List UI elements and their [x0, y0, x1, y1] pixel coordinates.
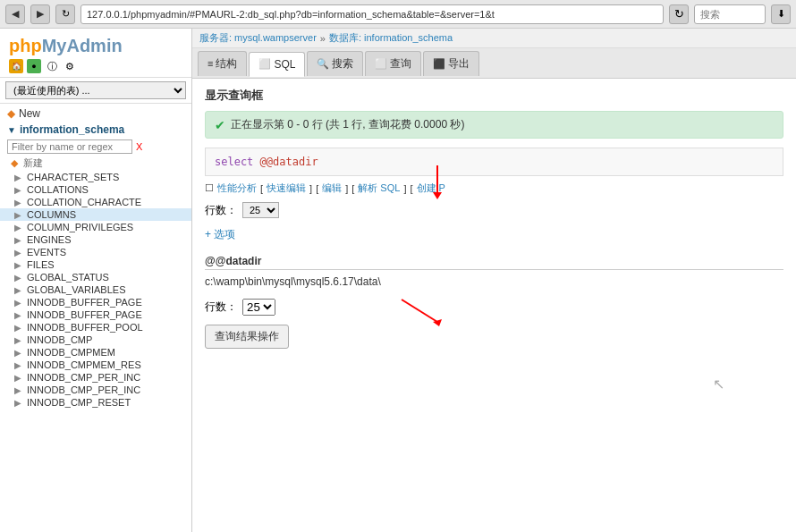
table-item-14[interactable]: ▶ INNODB_CMPMEM [0, 346, 191, 359]
rows-control-top: 行数： 25 [205, 202, 783, 218]
logo-php: php [9, 36, 42, 55]
breadcrumb-server[interactable]: 服务器: mysql.wampserver [199, 31, 317, 45]
table-name-18: INNODB_CMP_RESET [27, 397, 131, 408]
tab-search[interactable]: 🔍 搜索 [307, 51, 363, 76]
download-button[interactable]: ⬇ [771, 4, 791, 24]
table-icon-18: ▶ [14, 398, 25, 408]
rows-select-top[interactable]: 25 [242, 202, 279, 218]
table-name-15: INNODB_CMPMEM_RES [27, 359, 141, 370]
table-item-3[interactable]: ▶ COLUMNS [0, 208, 191, 221]
table-name-1: COLLATIONS [27, 184, 89, 195]
table-name-16: INNODB_CMP_PER_INC [27, 372, 140, 383]
table-item-2[interactable]: ▶ COLLATION_CHARACTE [0, 196, 191, 208]
checkbox-perf[interactable]: ☐ [205, 182, 214, 194]
tab-query-label: 查询 [390, 56, 411, 72]
table-item-17[interactable]: ▶ INNODB_CMP_PER_INC [0, 384, 191, 396]
logo-icon-dot2[interactable]: ⓘ [45, 59, 59, 73]
table-name-6: EVENTS [27, 247, 66, 258]
table-item-9[interactable]: ▶ GLOBAL_VARIABLES [0, 283, 191, 296]
table-item-0[interactable]: ▶ CHARACTER_SETS [0, 171, 191, 183]
sql-variable: @@datadir [260, 156, 318, 168]
table-item-5[interactable]: ▶ ENGINES [0, 233, 191, 246]
new-table-label: 新建 [23, 157, 43, 168]
tab-structure-label: 结构 [216, 56, 237, 72]
cursor-indicator: ↖ [713, 376, 724, 393]
tab-export-label: 导出 [448, 56, 470, 72]
table-icon-0: ▶ [14, 173, 25, 182]
table-item-12[interactable]: ▶ INNODB_BUFFER_POOL [0, 321, 191, 334]
recent-tables-select[interactable]: (最近使用的表) ... [5, 81, 186, 99]
tab-sql[interactable]: ⬜ SQL [249, 52, 305, 77]
table-icon-11: ▶ [14, 310, 25, 320]
forward-button[interactable]: ▶ [30, 4, 50, 24]
table-item-11[interactable]: ▶ INNODB_BUFFER_PAGE [0, 308, 191, 321]
table-name-12: INNODB_BUFFER_POOL [27, 322, 143, 333]
url-bar[interactable] [80, 4, 664, 24]
sql-query-box: select @@datadir [205, 148, 783, 176]
table-item-7[interactable]: ▶ FILES [0, 258, 191, 271]
table-item-10[interactable]: ▶ INNODB_BUFFER_PAGE [0, 296, 191, 308]
recent-tables-dropdown[interactable]: (最近使用的表) ... [0, 78, 191, 104]
table-item-15[interactable]: ▶ INNODB_CMPMEM_RES [0, 359, 191, 371]
rows-select-bottom[interactable]: 25 [242, 299, 275, 316]
logo-icon-dot3[interactable]: ⚙ [63, 59, 77, 73]
table-name-14: INNODB_CMPMEM [27, 347, 115, 358]
table-name-2: COLLATION_CHARACTE [27, 197, 141, 207]
table-icon-5: ▶ [14, 235, 25, 245]
table-icon-14: ▶ [14, 348, 25, 358]
refresh-button[interactable]: ↻ [55, 4, 75, 24]
table-item-16[interactable]: ▶ INNODB_CMP_PER_INC [0, 371, 191, 384]
content-area: 服务器: mysql.wampserver » 数据库: information… [192, 29, 796, 532]
tab-structure[interactable]: ≡ 结构 [198, 51, 247, 76]
table-item-13[interactable]: ▶ INNODB_CMP [0, 334, 191, 346]
go-button[interactable]: ↻ [669, 4, 689, 24]
new-table-item[interactable]: ◆ 新建 [0, 156, 191, 171]
table-icon-13: ▶ [14, 335, 25, 345]
new-label: New [19, 107, 40, 120]
filter-row: X [0, 138, 191, 156]
db-arrow-icon: ▼ [7, 125, 16, 135]
logo-icon-dot1[interactable]: ● [27, 59, 41, 73]
perf-link[interactable]: 性能分析 [217, 182, 257, 195]
table-item-6[interactable]: ▶ EVENTS [0, 246, 191, 258]
options-label[interactable]: + 选项 [205, 228, 235, 241]
table-icon-10: ▶ [14, 298, 25, 308]
svg-marker-3 [433, 319, 442, 326]
table-icon-1: ▶ [14, 185, 25, 195]
browser-search[interactable] [694, 4, 766, 24]
table-item-8[interactable]: ▶ GLOBAL_STATUS [0, 271, 191, 283]
table-icon-4: ▶ [14, 223, 25, 232]
table-icon-3: ▶ [14, 210, 25, 220]
filter-input[interactable] [7, 139, 132, 154]
query-icon: ⬜ [375, 58, 387, 70]
table-item-1[interactable]: ▶ COLLATIONS [0, 183, 191, 196]
edit-link[interactable]: 编辑 [322, 182, 342, 195]
bracket4: ] [345, 183, 348, 194]
new-button[interactable]: ◆ New [0, 106, 191, 122]
breadcrumb-db[interactable]: 数据库: information_schema [329, 31, 453, 45]
table-item-18[interactable]: ▶ INNODB_CMP_RESET [0, 396, 191, 409]
db-item[interactable]: ▼ information_schema [0, 122, 191, 138]
tab-search-label: 搜索 [332, 56, 353, 72]
export-icon: ⬛ [433, 58, 445, 70]
parse-sql-link[interactable]: 解析 SQL [358, 182, 400, 195]
table-name-9: GLOBAL_VARIABLES [27, 284, 125, 295]
db-name: information_schema [20, 123, 124, 136]
bracket6: ] [403, 183, 406, 194]
table-item-4[interactable]: ▶ COLUMN_PRIVILEGES [0, 221, 191, 233]
tab-export[interactable]: ⬛ 导出 [423, 51, 479, 76]
breadcrumb-sep1: » [320, 33, 326, 44]
query-result-button[interactable]: 查询结果操作 [205, 325, 289, 349]
tab-query[interactable]: ⬜ 查询 [365, 51, 421, 76]
browser-chrome: ◀ ▶ ↻ ↻ ⬇ [0, 0, 796, 29]
logo-icon-home[interactable]: 🏠 [9, 59, 23, 73]
table-icon-8: ▶ [14, 273, 25, 283]
create-link[interactable]: 创建 P [417, 182, 445, 195]
quick-edit-link[interactable]: 快速编辑 [267, 182, 306, 195]
table-name-3: COLUMNS [27, 209, 76, 220]
separator2: ] [309, 183, 312, 194]
back-button[interactable]: ◀ [5, 4, 25, 24]
filter-clear-button[interactable]: X [136, 141, 142, 152]
new-table-icon: ◆ [11, 157, 18, 168]
action-links: ☐ 性能分析 [ 快速编辑 ] [ 编辑 ] [ 解析 SQL ] [ 创建 P [205, 182, 783, 195]
